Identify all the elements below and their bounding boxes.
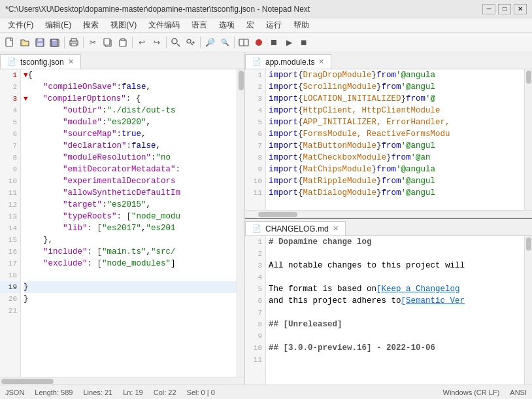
tab-tsconfig[interactable]: 📄 tsconfig.json ✕ [0, 54, 81, 69]
line-num-20: 20 [0, 293, 20, 305]
rt-code-line-6: import { FormsModule, ReactiveFormsModu [269, 128, 524, 140]
line-num-7: 7 [0, 140, 20, 152]
right-bottom-scrollbar-v[interactable] [524, 236, 532, 385]
print-button[interactable] [67, 35, 81, 50]
rt-code-line-7: import { MatButtonModule } from '@angul [269, 140, 524, 152]
menu-macro[interactable]: 宏 [241, 18, 259, 32]
svg-rect-0 [6, 38, 12, 46]
redo-button[interactable]: ↪ [150, 35, 164, 50]
left-scrollbar-thumb[interactable] [1, 379, 54, 384]
menu-encoding[interactable]: 文件编码 [143, 18, 185, 32]
left-scrollbar-v[interactable] [237, 69, 244, 377]
status-encoding: ANSI [510, 389, 527, 396]
status-sel: Sel: 0 | 0 [187, 389, 215, 396]
right-top-scrollbar-v[interactable] [524, 69, 532, 210]
collapse-icon-3[interactable]: ▼ [24, 95, 28, 103]
rt-line-num-8: 8 [245, 152, 265, 164]
left-scrollbar-h[interactable] [0, 377, 244, 385]
record-macro-button[interactable] [252, 35, 266, 50]
left-tab-bar: 📄 tsconfig.json ✕ [0, 52, 244, 69]
line-num-10: 10 [0, 175, 20, 187]
run-macro-button[interactable]: ▶ [282, 35, 296, 50]
window-controls[interactable]: ─ □ ✕ [482, 4, 527, 14]
tab-changelog[interactable]: 📄 CHANGELOG.md ✕ [245, 221, 346, 236]
zoom-in-button[interactable]: 🔎 [203, 35, 217, 50]
svg-point-16 [187, 39, 191, 43]
svg-rect-11 [104, 39, 110, 45]
menu-help[interactable]: 帮助 [288, 18, 314, 32]
menu-run[interactable]: 运行 [261, 18, 287, 32]
stop-macro-button[interactable] [267, 35, 281, 50]
replace-button[interactable] [184, 35, 198, 50]
menu-file[interactable]: 文件(F) [3, 18, 39, 32]
rt-line-num-1: 1 [245, 69, 265, 81]
right-top-editor[interactable]: 1 2 3 4 5 6 7 8 9 10 11 import [245, 69, 532, 218]
rb-line-num-5: 5 [245, 283, 265, 295]
zoom-out-button[interactable]: 🔍 [218, 35, 232, 50]
right-bottom-editor-row: 1 2 3 4 5 6 7 8 9 10 11 # Dopam [245, 236, 532, 385]
save-macro-button[interactable]: ⏹ [297, 35, 311, 50]
right-top-pane: 📄 app.module.ts ✕ 1 2 3 4 5 6 7 8 [245, 52, 532, 219]
right-bottom-code-area[interactable]: # Dopamine change log All notable change… [266, 236, 524, 385]
rb-line-num-11: 11 [245, 354, 265, 366]
paste-button[interactable] [116, 35, 130, 50]
save-button[interactable] [33, 35, 47, 50]
menu-language[interactable]: 语言 [186, 18, 212, 32]
menu-options[interactable]: 选项 [214, 18, 240, 32]
close-button[interactable]: ✕ [514, 4, 527, 14]
rb-line-num-7: 7 [245, 307, 265, 319]
code-line-7: "declaration" : false , [24, 140, 237, 152]
tab-label: tsconfig.json [20, 58, 64, 67]
tab-close-right-button[interactable]: ✕ [318, 58, 324, 66]
line-num-21: 21 [0, 305, 20, 317]
right-bottom-editor[interactable]: 1 2 3 4 5 6 7 8 9 10 11 # Dopam [245, 236, 532, 385]
menu-edit[interactable]: 编辑(E) [40, 18, 76, 32]
line-num-11: 11 [0, 187, 20, 199]
code-area[interactable]: ▼ { "compileOnSave" : false , ▼ "compi [21, 69, 237, 377]
menu-view[interactable]: 视图(V) [105, 18, 142, 32]
svg-point-14 [172, 39, 177, 44]
toolbar-separator-6 [234, 37, 235, 48]
menu-search[interactable]: 搜索 [78, 18, 104, 32]
tab-label-right: app.module.ts [265, 58, 314, 67]
toolbar: ✂ ↩ ↪ 🔎 🔍 ▶ ⏹ [0, 33, 532, 52]
collapse-icon-1[interactable]: ▼ [24, 71, 28, 79]
right-top-code-area[interactable]: import { DragDropModule } from '@angula … [266, 69, 524, 210]
minimize-button[interactable]: ─ [482, 4, 495, 14]
code-line-6: "sourceMap" : true , [24, 128, 237, 140]
rb-code-line-8: ## [Unreleased] [269, 319, 524, 330]
rt-code-line-9: import { MatChipsModule } from '@angula [269, 164, 524, 175]
left-editor[interactable]: 1 2 3 4 5 6 7 8 9 10 11 12 13 14 15 16 1 [0, 69, 244, 385]
rb-line-num-9: 9 [245, 330, 265, 342]
rb-code-line-7 [269, 307, 524, 319]
cut-button[interactable]: ✂ [86, 35, 100, 50]
left-pane: 📄 tsconfig.json ✕ 1 2 3 4 5 6 7 8 9 10 [0, 52, 245, 385]
rb-line-num-3: 3 [245, 260, 265, 271]
rb-code-line-9 [269, 330, 524, 342]
new-file-button[interactable] [3, 35, 17, 50]
rt-code-line-8: import { MatCheckboxModule } from '@an [269, 152, 524, 164]
sync-scroll-button[interactable] [237, 35, 251, 50]
undo-button[interactable]: ↩ [135, 35, 149, 50]
save-all-button[interactable] [48, 35, 62, 50]
tab-close-bottom-button[interactable]: ✕ [333, 224, 339, 233]
code-line-15: }, [24, 234, 237, 246]
line-num-2: 2 [0, 81, 20, 93]
toolbar-separator-1 [64, 37, 65, 48]
right-top-scrollbar-h[interactable] [245, 210, 532, 218]
right-top-tab-bar: 📄 app.module.ts ✕ [245, 52, 532, 69]
tab-close-button[interactable]: ✕ [68, 58, 74, 66]
find-button[interactable] [169, 35, 183, 50]
right-top-editor-row: 1 2 3 4 5 6 7 8 9 10 11 import [245, 69, 532, 210]
rt-code-line-2: import { ScrollingModule } from '@angul [269, 81, 524, 93]
right-pane: 📄 app.module.ts ✕ 1 2 3 4 5 6 7 8 [245, 52, 532, 385]
rb-code-line-3: All notable changes to this project will [269, 260, 524, 271]
maximize-button[interactable]: □ [498, 4, 511, 14]
copy-button[interactable] [101, 35, 115, 50]
rt-line-num-11: 11 [245, 187, 265, 199]
code-line-12: "target" : "es2015" , [24, 199, 237, 211]
tab-app-module[interactable]: 📄 app.module.ts ✕ [245, 54, 331, 69]
right-top-scrollbar-thumb[interactable] [258, 212, 297, 217]
rt-line-num-9: 9 [245, 164, 265, 175]
open-file-button[interactable] [18, 35, 32, 50]
